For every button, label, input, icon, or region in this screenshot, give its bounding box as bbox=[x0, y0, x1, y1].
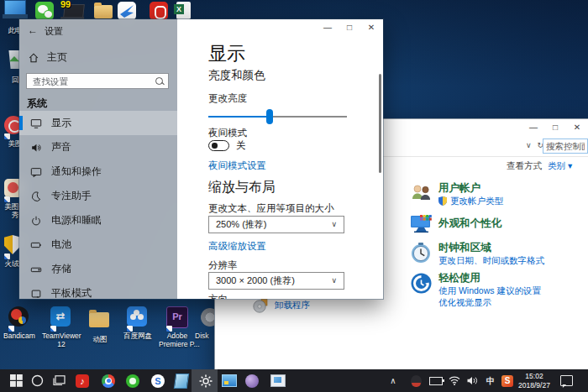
sidebar-item-notifications[interactable]: 通知和操作 bbox=[19, 159, 177, 184]
tray-battery[interactable] bbox=[428, 369, 444, 392]
speaker-icon bbox=[467, 376, 478, 385]
task-view-button[interactable] bbox=[51, 369, 66, 392]
wechat-icon bbox=[35, 2, 54, 20]
taskbar-avatar-app[interactable] bbox=[244, 369, 260, 392]
tray-ime-indicator[interactable]: 中 bbox=[484, 369, 497, 392]
scale-dropdown[interactable]: 250% (推荐) ∨ bbox=[208, 216, 344, 233]
category-link[interactable]: 更改帐户类型 bbox=[438, 196, 503, 206]
shortcut-arrow-icon bbox=[127, 326, 133, 332]
desktop-icon-premiere[interactable]: Pr Adobe Premiere P... bbox=[159, 306, 196, 348]
sidebar-section-label: 系统 bbox=[27, 97, 47, 111]
resolution-dropdown[interactable]: 3000 × 2000 (推荐) ∨ bbox=[208, 272, 344, 290]
uninstall-link: 卸载程序 bbox=[275, 300, 310, 311]
address-dropdown-icon[interactable]: ∨ bbox=[526, 141, 532, 149]
category-ease-of-access[interactable]: 轻松使用 使用 Windows 建议的设置 优化视觉显示 bbox=[410, 272, 541, 308]
tray-show-hidden-icons[interactable]: ∧ bbox=[386, 369, 400, 392]
tray-sogou-ime[interactable]: S bbox=[500, 369, 515, 392]
power-icon bbox=[29, 214, 43, 227]
desktop-icon-folder-top[interactable] bbox=[94, 2, 113, 18]
category-link[interactable]: 优化视觉显示 bbox=[438, 297, 541, 308]
taskbar-netease-music[interactable]: ♪ bbox=[75, 369, 90, 392]
desktop-icon-baidu-netdisk[interactable]: 百度网盘 bbox=[120, 306, 155, 340]
close-button[interactable]: ✕ bbox=[360, 19, 382, 36]
chevron-down-icon: ∨ bbox=[331, 217, 337, 233]
category-link[interactable]: 更改日期、时间或数字格式 bbox=[438, 255, 544, 266]
settings-sidebar: ← 设置 主页 系统 显示 声音 通知和操作 bbox=[19, 19, 177, 299]
slider-thumb[interactable] bbox=[266, 109, 273, 124]
chrome-icon bbox=[102, 374, 115, 388]
desktop-icon-teamviewer[interactable]: ⇄ TeamViewer 12 bbox=[42, 306, 81, 348]
maximize-button[interactable]: □ bbox=[544, 119, 566, 136]
category-title: 时钟和区域 bbox=[438, 242, 544, 253]
toggle-knob bbox=[212, 143, 218, 149]
address-bar-tail: ∨ ↻ bbox=[526, 141, 543, 149]
settings-main-panel: — □ ✕ 显示 亮度和颜色 更改亮度 夜间模式 关 夜间模式设置 缩放与布局 … bbox=[177, 19, 383, 299]
control-panel-search-input[interactable] bbox=[543, 139, 588, 154]
sidebar-item-power-sleep[interactable]: 电源和睡眠 bbox=[19, 208, 177, 233]
shortcut-arrow-icon bbox=[4, 133, 10, 139]
netease-music-icon: ♪ bbox=[76, 374, 89, 388]
advanced-scaling-link[interactable]: 高级缩放设置 bbox=[208, 240, 266, 253]
taskbar-settings-active[interactable] bbox=[198, 369, 213, 392]
action-center-button[interactable] bbox=[558, 369, 575, 392]
sidebar-item-focus-assist[interactable]: 专注助手 bbox=[19, 184, 177, 208]
scale-dropdown-value: 250% (推荐) bbox=[209, 217, 344, 233]
desktop-icon-wechat[interactable] bbox=[35, 2, 54, 20]
taskbar-photos-app[interactable] bbox=[270, 369, 286, 392]
tray-qq[interactable] bbox=[409, 369, 423, 392]
sidebar-item-display[interactable]: 显示 bbox=[19, 111, 177, 135]
sogou-ime-icon: S bbox=[501, 375, 513, 387]
tray-volume[interactable] bbox=[465, 369, 480, 392]
shortcut-arrow-icon bbox=[4, 196, 10, 202]
taskbar-notebook-app[interactable] bbox=[174, 369, 189, 392]
brightness-section-heading: 亮度和颜色 bbox=[208, 68, 265, 83]
desktop-icon-qq-computer[interactable]: 99 bbox=[64, 4, 84, 18]
desktop-icon-folder-dongtu[interactable]: 动图 bbox=[84, 309, 116, 343]
settings-window-title: 设置 bbox=[45, 25, 63, 38]
night-light-settings-link[interactable]: 夜间模式设置 bbox=[208, 159, 266, 172]
taskbar-sogou-browser[interactable]: S bbox=[150, 369, 165, 392]
night-light-toggle[interactable] bbox=[208, 140, 229, 151]
uninstall-program-item[interactable]: 卸载程序 bbox=[253, 298, 310, 313]
scrollbar-thumb[interactable] bbox=[379, 74, 381, 173]
sidebar-item-battery[interactable]: 电池 bbox=[19, 233, 177, 257]
shortcut-arrow-icon bbox=[166, 326, 172, 332]
taskbar-clock[interactable]: 15:02 2018/9/27 bbox=[514, 372, 554, 389]
taskbar-control-panel[interactable] bbox=[222, 369, 237, 392]
uac-shield-icon bbox=[438, 196, 447, 206]
shortcut-arrow-icon bbox=[4, 253, 10, 259]
desktop-icon-thunder[interactable] bbox=[118, 2, 136, 20]
sidebar-item-sound[interactable]: 声音 bbox=[19, 135, 177, 159]
user-accounts-icon bbox=[410, 182, 433, 205]
minimize-button[interactable]: — bbox=[317, 19, 339, 36]
action-center-icon bbox=[560, 375, 573, 386]
back-button[interactable]: ← bbox=[28, 24, 38, 36]
taskbar-green-app[interactable] bbox=[125, 369, 140, 392]
gear-icon bbox=[199, 374, 213, 388]
tray-network[interactable] bbox=[447, 369, 462, 392]
desktop-icon-bandicam[interactable]: Bandicam bbox=[2, 306, 37, 340]
close-button[interactable]: ✕ bbox=[566, 119, 588, 136]
category-appearance[interactable]: 外观和个性化 bbox=[410, 212, 501, 235]
settings-search-input[interactable] bbox=[26, 73, 169, 89]
sidebar-item-home[interactable]: 主页 bbox=[28, 50, 67, 65]
windows-logo-icon bbox=[10, 374, 23, 387]
minimize-button[interactable]: — bbox=[522, 119, 544, 136]
red-app-icon bbox=[150, 2, 168, 20]
desktop-icon-excel[interactable] bbox=[176, 2, 191, 19]
desktop-icon-video-app[interactable] bbox=[150, 2, 168, 20]
start-button[interactable] bbox=[8, 369, 24, 392]
view-by-dropdown[interactable]: 类别 ▾ bbox=[548, 160, 572, 172]
selected-accent-bar bbox=[19, 116, 23, 130]
cortana-button[interactable] bbox=[29, 369, 45, 392]
category-title: 外观和个性化 bbox=[438, 217, 501, 229]
sidebar-item-storage[interactable]: 存储 bbox=[19, 257, 177, 281]
brightness-slider[interactable] bbox=[208, 111, 347, 123]
category-user-accounts[interactable]: 用户帐户 更改帐户类型 bbox=[410, 182, 503, 207]
taskbar-chrome[interactable] bbox=[101, 369, 116, 392]
category-clock-region[interactable]: 时钟和区域 更改日期、时间或数字格式 bbox=[410, 242, 544, 267]
category-link[interactable]: 使用 Windows 建议的设置 bbox=[438, 285, 541, 296]
sidebar-item-tablet-mode[interactable]: 平板模式 bbox=[19, 281, 177, 300]
settings-window-controls: — □ ✕ bbox=[317, 19, 382, 36]
maximize-button[interactable]: □ bbox=[339, 19, 360, 36]
